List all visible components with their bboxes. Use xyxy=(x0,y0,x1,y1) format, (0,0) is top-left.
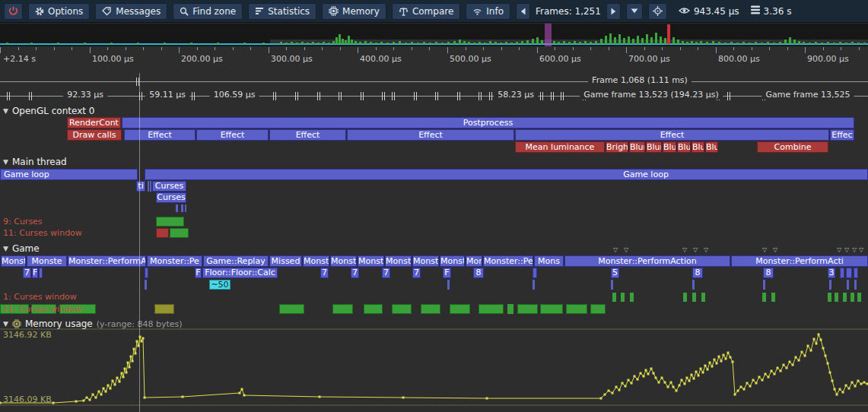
lock-bar[interactable] xyxy=(364,304,383,314)
collapsed-zones-icon[interactable]: ▽ xyxy=(682,246,687,253)
frame-label[interactable]: 58.23 µs xyxy=(494,90,538,100)
zone[interactable] xyxy=(854,268,858,278)
zone[interactable]: Combine xyxy=(757,141,828,153)
zone[interactable]: Effec xyxy=(830,129,854,141)
zone[interactable]: Blur xyxy=(692,141,704,153)
zone[interactable]: 7 xyxy=(23,268,31,278)
zone[interactable]: Floor::Floor::Calc xyxy=(202,268,278,278)
zone[interactable]: ti xyxy=(136,181,145,192)
zone[interactable]: Mons xyxy=(466,255,482,267)
zone[interactable]: 5 xyxy=(611,268,619,278)
lock-bar[interactable] xyxy=(332,304,353,314)
zone[interactable]: Brigh xyxy=(606,141,628,153)
zone[interactable]: 8 xyxy=(692,268,703,278)
zone[interactable]: Monst xyxy=(385,255,412,267)
lock-bar[interactable] xyxy=(59,304,96,314)
zone[interactable] xyxy=(185,204,186,212)
zone[interactable]: Game loop xyxy=(145,169,868,180)
zone[interactable]: Blur xyxy=(663,141,676,153)
lock-bar[interactable] xyxy=(843,293,847,302)
zone[interactable] xyxy=(150,181,151,192)
zone[interactable] xyxy=(840,268,844,278)
zone[interactable]: Effect xyxy=(269,129,346,141)
zone[interactable]: Mean luminance xyxy=(515,141,605,153)
zone[interactable]: 7 xyxy=(412,268,421,278)
lock-bar[interactable] xyxy=(630,293,634,302)
section-header-main-thread[interactable]: ▼Main thread xyxy=(3,157,67,167)
zone[interactable]: Game loop xyxy=(0,169,138,180)
zone[interactable] xyxy=(533,268,537,278)
zone[interactable]: 7 xyxy=(382,268,390,278)
lock-bar[interactable] xyxy=(851,293,854,302)
collapsed-zones-icon[interactable]: ▽ xyxy=(844,246,849,253)
find-zone-button[interactable]: Find zone xyxy=(173,3,243,20)
zone[interactable]: Monste xyxy=(1,255,26,267)
lock-bar[interactable] xyxy=(692,293,696,302)
lock-bar[interactable] xyxy=(540,304,563,314)
zone[interactable]: 8 xyxy=(763,268,774,278)
frame-row-line-2[interactable] xyxy=(0,96,868,97)
frame-label[interactable]: 92.33 µs xyxy=(63,90,107,100)
memory-button[interactable]: Memory xyxy=(322,3,386,20)
zone[interactable]: Blur xyxy=(629,141,645,153)
collapsed-zones-icon[interactable]: ▽ xyxy=(624,246,628,253)
zone[interactable]: Monst xyxy=(412,255,439,267)
zone[interactable] xyxy=(148,181,149,192)
zone[interactable]: Mons xyxy=(534,255,564,267)
section-header-memory[interactable]: ▼Memory usage(y-range: 848 bytes) xyxy=(3,319,183,329)
lock-bar[interactable] xyxy=(517,304,538,314)
zone[interactable] xyxy=(181,204,183,212)
zone[interactable]: Monste xyxy=(27,255,67,267)
messages-button[interactable]: Messages xyxy=(95,3,167,20)
zone[interactable]: 7 xyxy=(320,268,329,278)
lock-bar[interactable] xyxy=(762,293,766,302)
lock-bar[interactable] xyxy=(156,217,184,227)
collapse-arrow-icon[interactable]: ▼ xyxy=(3,158,8,166)
zone[interactable] xyxy=(692,280,695,290)
zone[interactable] xyxy=(533,280,535,290)
collapsed-zones-icon[interactable]: ▽ xyxy=(837,246,841,253)
lock-bar[interactable] xyxy=(279,304,304,314)
next-frame-button[interactable] xyxy=(606,3,621,20)
frame-row-line-1[interactable] xyxy=(0,81,868,82)
lock-bar[interactable] xyxy=(0,304,29,314)
lock-bar[interactable] xyxy=(170,228,189,238)
lock-bar[interactable] xyxy=(450,304,470,314)
lock-bar[interactable] xyxy=(566,304,587,314)
zone[interactable] xyxy=(39,268,43,278)
zone[interactable]: Monster::PerformA xyxy=(68,255,146,267)
zone[interactable]: Effect xyxy=(196,129,269,141)
frame-label[interactable]: 106.59 µs xyxy=(210,90,259,100)
zone[interactable]: Curses xyxy=(156,192,186,203)
zone[interactable] xyxy=(847,280,849,290)
zone[interactable]: 7 xyxy=(351,268,359,278)
collapsed-zones-icon[interactable]: ▽ xyxy=(773,246,777,253)
memory-plot[interactable] xyxy=(0,328,868,412)
zone[interactable]: F xyxy=(195,268,202,278)
compare-button[interactable]: Compare xyxy=(392,3,460,20)
zone[interactable]: Curses xyxy=(152,181,186,192)
lock-bar[interactable] xyxy=(621,293,625,302)
collapse-arrow-icon[interactable]: ▼ xyxy=(3,107,8,115)
lock-bar[interactable] xyxy=(701,293,705,302)
zone[interactable]: Blur xyxy=(705,141,718,153)
lock-bar[interactable] xyxy=(683,293,687,302)
collapsed-zones-icon[interactable]: ▽ xyxy=(852,246,857,253)
frame-label[interactable]: Game frame 13,525 xyxy=(762,90,854,100)
lock-bar[interactable] xyxy=(507,304,513,314)
lock-bar[interactable] xyxy=(156,228,169,238)
power-button[interactable] xyxy=(4,3,23,20)
zone[interactable]: Blur xyxy=(677,141,691,153)
zone[interactable]: Monster::Pe xyxy=(147,255,202,267)
zone[interactable]: Monster::PerformAction xyxy=(564,255,730,267)
zone[interactable]: Monst xyxy=(330,255,357,267)
zone[interactable] xyxy=(176,204,178,212)
zone[interactable]: Postprocess xyxy=(122,117,854,128)
zone[interactable]: Game::Replay xyxy=(203,255,269,267)
lock-bar[interactable] xyxy=(479,304,504,314)
lock-bar[interactable] xyxy=(612,293,616,302)
collapsed-zones-icon[interactable]: ▽ xyxy=(693,246,698,253)
collapsed-zones-icon[interactable]: ▽ xyxy=(859,246,863,253)
zone[interactable] xyxy=(763,280,765,290)
zone[interactable]: 8 xyxy=(473,268,484,278)
